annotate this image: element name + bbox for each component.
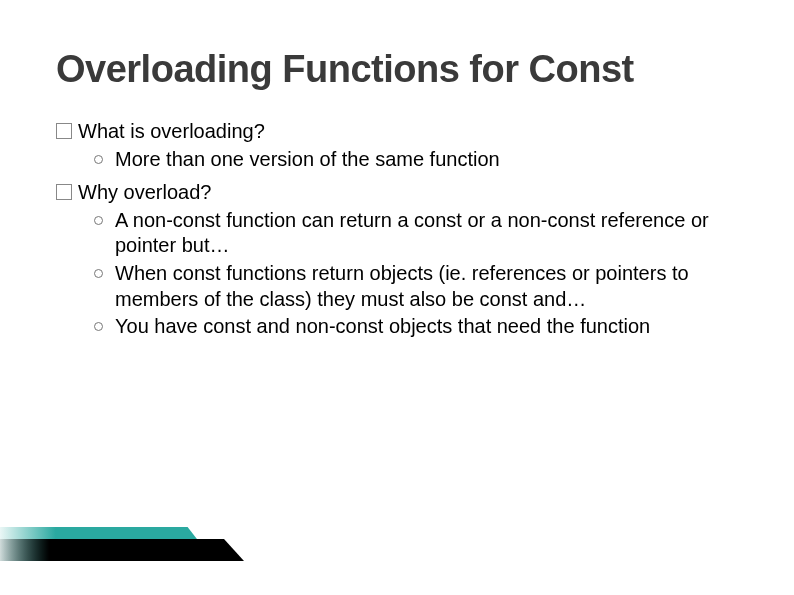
black-shape-icon (0, 539, 244, 561)
sub-item-text: When const functions return objects (ie.… (115, 261, 715, 312)
sub-item: More than one version of the same functi… (94, 147, 738, 173)
square-bullet-icon (56, 123, 72, 139)
bullet-what-is-overloading: What is overloading? (56, 119, 738, 145)
ring-bullet-icon (94, 216, 103, 225)
ring-bullet-icon (94, 155, 103, 164)
sub-item-text: A non-const function can return a const … (115, 208, 715, 259)
slide-content: What is overloading? More than one versi… (56, 119, 738, 340)
ring-bullet-icon (94, 269, 103, 278)
sub-list-2: A non-const function can return a const … (94, 208, 738, 340)
corner-decoration (0, 517, 254, 561)
square-bullet-icon (56, 184, 72, 200)
bullet-text: What is overloading? (78, 119, 265, 145)
sub-item-text: You have const and non-const objects tha… (115, 314, 650, 340)
slide-title: Overloading Functions for Const (56, 48, 738, 91)
sub-item: When const functions return objects (ie.… (94, 261, 738, 312)
bullet-text: Why overload? (78, 180, 211, 206)
slide: Overloading Functions for Const What is … (0, 0, 794, 595)
ring-bullet-icon (94, 322, 103, 331)
sub-list-1: More than one version of the same functi… (94, 147, 738, 173)
sub-item-text: More than one version of the same functi… (115, 147, 500, 173)
sub-item: You have const and non-const objects tha… (94, 314, 738, 340)
sub-item: A non-const function can return a const … (94, 208, 738, 259)
bullet-why-overload: Why overload? (56, 180, 738, 206)
